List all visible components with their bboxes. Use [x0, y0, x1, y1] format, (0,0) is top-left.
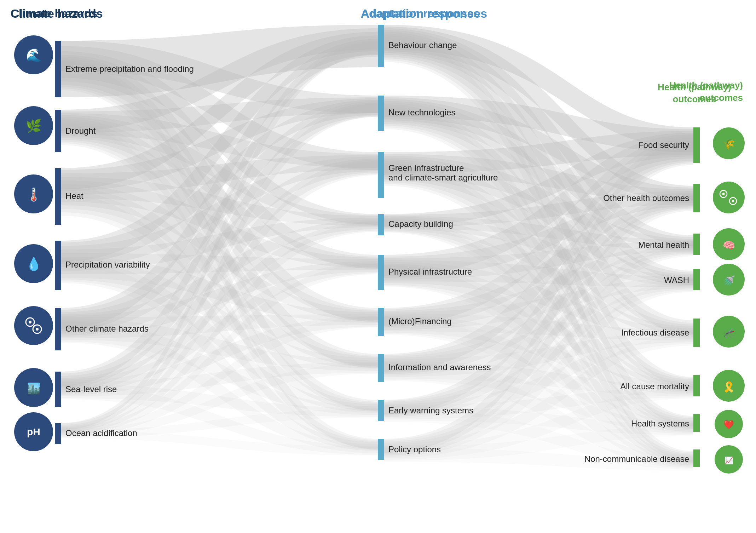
svg-rect-2 — [55, 168, 61, 225]
svg-text:Mental health: Mental health — [638, 240, 689, 250]
header-center: Adaptation responses — [361, 7, 480, 20]
svg-point-43 — [713, 182, 745, 213]
svg-rect-9 — [378, 152, 384, 198]
svg-text:Behaviour change: Behaviour change — [388, 40, 457, 50]
svg-rect-21 — [693, 375, 700, 396]
svg-text:Heat: Heat — [65, 191, 83, 201]
svg-text:Drought: Drought — [65, 126, 96, 136]
header-left: Climate hazards — [11, 7, 97, 20]
svg-point-34 — [33, 325, 41, 333]
svg-text:WASH: WASH — [664, 275, 689, 285]
svg-rect-0 — [55, 41, 61, 97]
svg-text:🦟: 🦟 — [723, 327, 735, 339]
svg-rect-14 — [378, 400, 384, 421]
svg-rect-20 — [693, 319, 700, 347]
svg-point-56 — [715, 410, 743, 438]
svg-point-58 — [715, 445, 743, 474]
svg-text:and climate-smart agriculture: and climate-smart agriculture — [388, 173, 498, 182]
svg-text:🎗️: 🎗️ — [723, 381, 735, 393]
svg-text:Precipitation variability: Precipitation variability — [65, 260, 150, 269]
svg-text:📈: 📈 — [725, 456, 733, 465]
svg-point-39 — [14, 412, 53, 451]
svg-text:(Micro)Financing: (Micro)Financing — [388, 316, 452, 326]
svg-point-37 — [14, 368, 53, 407]
svg-text:Green infrastructure: Green infrastructure — [388, 163, 464, 173]
svg-point-28 — [14, 174, 53, 213]
svg-text:New technologies: New technologies — [388, 108, 455, 117]
svg-text:🏙️: 🏙️ — [27, 382, 41, 395]
svg-text:🌊: 🌊 — [26, 47, 42, 63]
svg-rect-8 — [378, 96, 384, 131]
svg-point-52 — [713, 316, 745, 348]
svg-point-48 — [713, 228, 745, 260]
svg-text:🚿: 🚿 — [723, 275, 735, 287]
svg-text:Other health outcomes: Other health outcomes — [603, 193, 689, 203]
svg-point-47 — [732, 200, 734, 202]
svg-point-44 — [720, 190, 727, 197]
svg-rect-11 — [378, 255, 384, 290]
svg-point-54 — [713, 370, 745, 402]
svg-point-36 — [36, 328, 39, 331]
svg-text:🧠: 🧠 — [723, 240, 735, 251]
svg-rect-13 — [378, 354, 384, 382]
svg-point-24 — [14, 35, 53, 74]
svg-point-26 — [14, 106, 53, 145]
sankey-diagram: 🌊 🌿 🌡️ 💧 🏙️ pH 🌾 — [0, 0, 756, 533]
svg-rect-15 — [378, 439, 384, 460]
svg-rect-19 — [693, 269, 700, 290]
svg-text:Early warning systems: Early warning systems — [388, 406, 473, 415]
svg-point-46 — [722, 193, 725, 195]
svg-text:All cause mortality: All cause mortality — [620, 382, 689, 391]
svg-text:🌡️: 🌡️ — [26, 187, 42, 202]
svg-rect-17 — [693, 184, 700, 212]
svg-text:Sea-level rise: Sea-level rise — [65, 384, 117, 394]
svg-text:❤️: ❤️ — [723, 419, 734, 430]
svg-point-30 — [14, 244, 53, 283]
svg-rect-16 — [693, 127, 700, 163]
svg-text:Extreme precipitation and floo: Extreme precipitation and flooding — [65, 64, 194, 74]
svg-text:💧: 💧 — [26, 256, 42, 271]
svg-rect-1 — [55, 110, 61, 152]
svg-text:Information and awareness: Information and awareness — [388, 362, 491, 372]
svg-text:Health systems: Health systems — [631, 419, 689, 428]
svg-rect-22 — [693, 414, 700, 432]
svg-text:Non-communicable disease: Non-communicable disease — [584, 454, 689, 464]
svg-point-35 — [29, 321, 31, 323]
svg-text:Other climate hazards: Other climate hazards — [65, 324, 149, 333]
svg-text:pH: pH — [27, 426, 40, 437]
svg-rect-23 — [693, 449, 700, 467]
svg-point-50 — [713, 264, 745, 296]
svg-point-33 — [26, 318, 34, 326]
svg-text:Food security: Food security — [638, 140, 689, 150]
svg-rect-12 — [378, 308, 384, 336]
svg-text:Policy options: Policy options — [388, 445, 441, 454]
svg-rect-7 — [378, 25, 384, 67]
svg-text:🌿: 🌿 — [26, 118, 42, 133]
svg-text:Infectious disease: Infectious disease — [621, 328, 689, 337]
svg-point-32 — [14, 306, 53, 345]
svg-point-45 — [729, 197, 737, 205]
svg-rect-6 — [55, 423, 61, 444]
svg-rect-10 — [378, 214, 384, 235]
svg-rect-3 — [55, 241, 61, 290]
svg-text:Capacity building: Capacity building — [388, 219, 453, 229]
svg-rect-18 — [693, 234, 700, 255]
svg-rect-4 — [55, 308, 61, 350]
header-right: Health (pathway)outcomes — [658, 81, 731, 105]
main-container: Climate hazards Adaptation responses Hea… — [0, 0, 756, 533]
svg-text:Physical infrastructure: Physical infrastructure — [388, 267, 472, 276]
svg-rect-5 — [55, 372, 61, 407]
svg-text:Ocean acidification: Ocean acidification — [65, 428, 137, 438]
svg-text:🌾: 🌾 — [723, 139, 735, 150]
svg-point-41 — [713, 127, 745, 159]
